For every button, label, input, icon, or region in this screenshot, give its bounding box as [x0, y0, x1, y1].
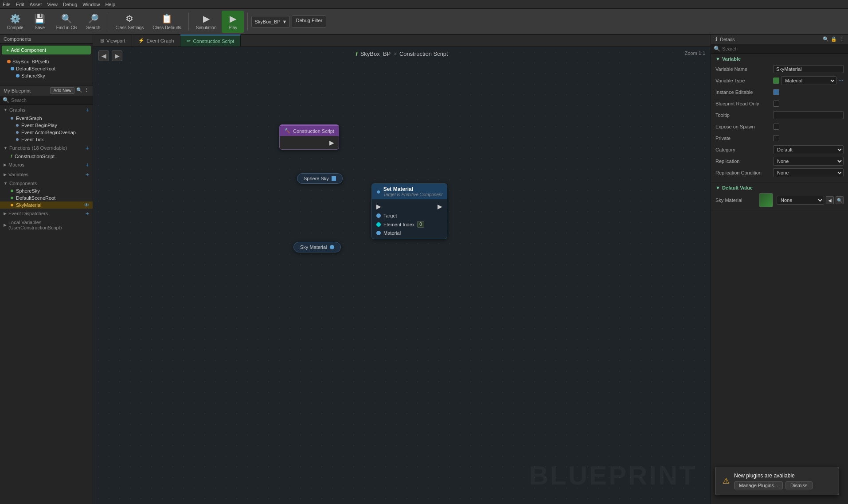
sky-material-search-icon[interactable]: 🔍 — [836, 196, 844, 204]
spheresky-comp-label: SphereSky — [16, 188, 40, 194]
tab-event-graph-label: Event Graph — [147, 38, 174, 43]
bp-item-event-tick[interactable]: Event Tick — [0, 136, 93, 143]
element-index-pin-dot — [376, 222, 381, 227]
construction-script-func-icon: f — [11, 154, 12, 159]
construction-script-exec-out: ▶ — [280, 138, 339, 147]
sky-material-select[interactable]: None — [777, 196, 824, 205]
graphs-section-header[interactable]: ▼ Graphs + — [0, 105, 93, 115]
details-options-icon[interactable]: ⋮ — [839, 36, 844, 42]
nav-back-button[interactable]: ◀ — [98, 50, 109, 61]
blueprint-read-only-checkbox[interactable] — [773, 101, 779, 107]
functions-add-icon[interactable]: + — [86, 144, 89, 151]
bp-item-spheresky[interactable]: SphereSky — [0, 187, 93, 194]
tooltip-input[interactable] — [773, 111, 844, 119]
variable-type-container: Material ⋯ — [773, 76, 844, 85]
compile-button[interactable]: ⚙️ Compile — [4, 11, 27, 33]
sky-material-node-label: Sky Material — [300, 244, 327, 250]
variables-section-header[interactable]: ▶ Variables + — [0, 170, 93, 179]
menu-asset[interactable]: Asset — [30, 2, 42, 7]
class-defaults-label: Class Defaults — [152, 25, 181, 30]
expose-on-spawn-checkbox[interactable] — [773, 124, 779, 130]
blueprint-search-icon[interactable]: 🔍 — [76, 87, 82, 94]
local-variables-header[interactable]: ▶ Local Variables (UserConstructionScrip… — [0, 218, 93, 232]
tab-construction-script[interactable]: ✏ Construction Script — [180, 35, 241, 47]
macros-add-icon[interactable]: + — [86, 161, 89, 168]
menu-edit[interactable]: Edit — [16, 2, 24, 7]
sky-material-output-pin — [330, 245, 334, 249]
node-set-material[interactable]: ● Set Material Target is Primitive Compo… — [371, 183, 447, 239]
event-dispatchers-header[interactable]: ▶ Event Dispatchers + — [0, 209, 93, 218]
variable-type-options-icon[interactable]: ⋯ — [838, 78, 844, 84]
dismiss-button[interactable]: Dismiss — [785, 481, 813, 489]
set-material-material-pin: Material — [372, 229, 447, 237]
graphs-add-icon[interactable]: + — [86, 106, 89, 113]
set-material-exec-out-icon: ▶ — [438, 203, 442, 210]
tab-viewport[interactable]: 🖥 Viewport — [93, 35, 132, 47]
variable-type-select[interactable]: Material — [781, 76, 836, 85]
panel-divider — [0, 83, 93, 83]
menu-view[interactable]: View — [47, 2, 58, 7]
menu-file[interactable]: File — [3, 2, 11, 7]
bp-item-skymaterial[interactable]: SkyMaterial 👁 — [0, 202, 93, 209]
tree-item-default-scene-root[interactable]: DefaultSceneRoot — [0, 65, 93, 72]
tab-event-graph[interactable]: ⚡ Event Graph — [132, 35, 181, 47]
default-value-title: ▼ Default Value — [715, 185, 844, 190]
sky-material-prev-icon[interactable]: ◀ — [826, 196, 834, 204]
add-component-button[interactable]: + Add Component — [2, 46, 91, 54]
details-search-icon[interactable]: 🔍 — [823, 36, 829, 42]
menu-debug[interactable]: Debug — [63, 2, 77, 7]
notification: ⚠ New plugins are available Manage Plugi… — [715, 467, 839, 495]
add-new-button[interactable]: Add New — [50, 87, 74, 94]
save-button[interactable]: 💾 Save — [29, 11, 51, 33]
menu-window[interactable]: Window — [82, 2, 100, 7]
variables-add-icon[interactable]: + — [86, 171, 89, 178]
play-button[interactable]: ▶ Play — [222, 11, 244, 33]
debug-filter[interactable]: Debug Filter — [292, 16, 326, 28]
debug-filter-label: Debug Filter — [296, 18, 322, 23]
nav-forward-button[interactable]: ▶ — [112, 50, 122, 61]
defaultsceneroot-comp-dot — [11, 197, 13, 199]
search-button[interactable]: 🔎 Search — [82, 11, 104, 33]
replication-condition-select[interactable]: None — [773, 168, 844, 177]
macros-section-header[interactable]: ▶ Macros + — [0, 160, 93, 170]
skybox-self-label: SkyBox_BP(self) — [12, 59, 49, 64]
construction-script-label: ConstructionScript — [15, 154, 55, 159]
menu-help[interactable]: Help — [105, 2, 115, 7]
tab-viewport-label: Viewport — [106, 38, 125, 43]
class-settings-button[interactable]: ⚙ Class Settings — [112, 11, 147, 33]
replication-select[interactable]: None — [773, 157, 844, 166]
node-sky-material[interactable]: Sky Material — [293, 242, 341, 252]
details-header: ℹ Details 🔍 🔒 ⋮ — [711, 35, 848, 44]
skybox-dropdown-icon: ▼ — [282, 19, 287, 24]
bp-item-event-beginplay[interactable]: Event BeginPlay — [0, 122, 93, 129]
bp-item-defaultsceneroot[interactable]: DefaultSceneRoot — [0, 194, 93, 202]
variable-name-row: Variable Name — [715, 64, 844, 74]
variable-name-input[interactable] — [773, 65, 844, 73]
tree-item-skybox-self[interactable]: SkyBox_BP(self) — [0, 58, 93, 65]
tree-item-sphere-sky[interactable]: SphereSky — [0, 72, 93, 79]
components-bp-section-header[interactable]: ▼ Components — [0, 179, 93, 187]
manage-plugins-button[interactable]: Manage Plugins... — [734, 481, 783, 489]
blueprint-options-icon[interactable]: ⋮ — [84, 87, 89, 94]
skybox-select[interactable]: SkyBox_BP ▼ — [251, 16, 290, 27]
bp-item-eventgraph[interactable]: EventGraph — [0, 115, 93, 122]
details-search-input[interactable] — [722, 46, 845, 51]
find-in-cb-button[interactable]: 🔍 Find in CB — [53, 11, 81, 33]
tooltip-label: Tooltip — [715, 112, 773, 118]
simulation-button[interactable]: ▶ Simulation — [192, 11, 220, 33]
category-select[interactable]: Default — [773, 145, 844, 154]
node-sphere-sky[interactable]: Sphere Sky — [297, 173, 343, 184]
breadcrumb-path: SkyBox_BP — [360, 50, 391, 57]
blueprint-canvas[interactable]: ◀ ▶ f SkyBox_BP > Construction Script Zo… — [93, 47, 711, 504]
event-dispatchers-add-icon[interactable]: + — [86, 210, 89, 217]
bp-item-event-actoroverlap[interactable]: Event ActorBeginOverlap — [0, 129, 93, 136]
my-blueprint-search-input[interactable] — [11, 97, 90, 103]
node-construction-script[interactable]: 🔨 Construction Script ▶ — [279, 124, 339, 150]
bp-item-construction-script[interactable]: f ConstructionScript — [0, 153, 93, 160]
class-defaults-button[interactable]: 📋 Class Defaults — [149, 11, 184, 33]
set-material-subtitle: Target is Primitive Component — [383, 192, 443, 197]
functions-section-header[interactable]: ▼ Functions (18 Overridable) + — [0, 143, 93, 153]
details-lock-icon[interactable]: 🔒 — [831, 36, 837, 42]
private-checkbox[interactable] — [773, 135, 779, 141]
instance-editable-checkbox[interactable] — [773, 89, 779, 95]
